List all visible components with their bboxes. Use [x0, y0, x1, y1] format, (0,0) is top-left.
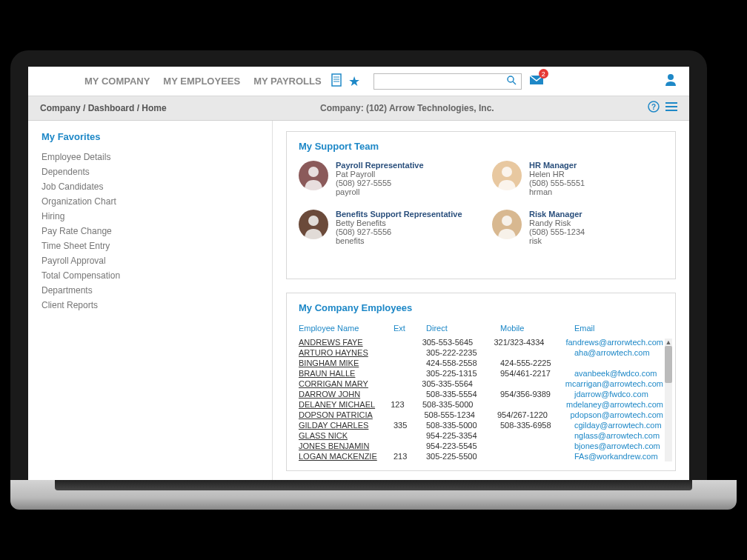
svg-rect-11 — [665, 106, 677, 107]
employee-email[interactable]: jdarrow@fwdco.com — [574, 390, 663, 399]
support-role: Benefits Support Representative — [336, 210, 462, 219]
scrollbar[interactable]: ▲ — [665, 339, 672, 461]
support-name: Randy Risk — [529, 219, 585, 227]
employee-ext — [394, 348, 426, 357]
employee-name-link[interactable]: GILDAY CHARLES — [299, 421, 394, 430]
scroll-thumb[interactable] — [665, 346, 672, 383]
table-row: GILDAY CHARLES 335 508-335-5000 508-335-… — [299, 420, 663, 430]
sidebar-item[interactable]: Time Sheet Entry — [42, 239, 259, 253]
col-employee-name[interactable]: Employee Name — [299, 324, 394, 333]
sidebar-item[interactable]: Client Reports — [42, 298, 259, 313]
support-role: Payroll Representative — [336, 161, 424, 170]
employee-email[interactable]: fandrews@arrorwtech.com — [565, 338, 663, 347]
star-icon[interactable]: ★ — [348, 73, 360, 90]
employee-mobile — [494, 379, 565, 388]
mail-icon[interactable]: 2 — [529, 73, 544, 89]
support-name: Helen HR — [529, 170, 585, 179]
sidebar-title: My Favorites — [42, 131, 259, 142]
employee-name-link[interactable]: DOPSON PATRICIA — [299, 410, 392, 419]
employee-name-link[interactable]: GLASS NICK — [299, 431, 394, 440]
sidebar-item[interactable]: Job Candidates — [42, 179, 259, 194]
svg-point-14 — [502, 167, 512, 177]
scroll-up-icon[interactable]: ▲ — [665, 339, 672, 346]
table-row: GLASS NICK 954-225-3354 nglass@arrowtech… — [299, 430, 663, 441]
nav-my-company[interactable]: MY COMPANY — [84, 76, 150, 87]
employee-mobile — [500, 431, 574, 440]
employee-ext — [394, 359, 426, 367]
sidebar-item[interactable]: Employee Details — [42, 150, 259, 164]
employee-email[interactable]: mdelaney@arrowtech.com — [566, 400, 663, 409]
employee-name-link[interactable]: LOGAN MACKENZIE — [299, 452, 394, 461]
table-row: CORRIGAN MARY 305-335-5564 mcarrigan@arr… — [299, 379, 663, 389]
employee-name-link[interactable]: ARTURO HAYNES — [299, 348, 394, 357]
employee-direct: 508-555-1234 — [424, 410, 497, 419]
employee-email[interactable]: avanbeek@fwdco.com — [574, 369, 663, 378]
employee-name-link[interactable]: BRAUN HALLE — [299, 369, 394, 378]
support-phone: (508) 555-5551 — [529, 179, 585, 187]
support-name: Pat Payroll — [336, 170, 424, 179]
sidebar-item[interactable]: Departments — [42, 283, 259, 298]
help-icon[interactable]: ? — [648, 101, 660, 116]
svg-point-4 — [508, 76, 514, 82]
sidebar-item[interactable]: Payroll Approval — [42, 253, 259, 268]
document-icon[interactable] — [331, 73, 342, 90]
employee-ext: 335 — [394, 421, 426, 430]
user-icon[interactable] — [664, 73, 677, 90]
support-contact: Risk Manager Randy Risk (508) 555-1234 r… — [492, 210, 663, 245]
col-ext[interactable]: Ext — [394, 324, 426, 333]
employee-ext — [391, 379, 422, 388]
support-contact: HR Manager Helen HR (508) 555-5551 hrman — [492, 161, 663, 196]
table-row: ANDREWS FAYE 305-553-5645 321/323-4334 f… — [299, 337, 663, 347]
top-nav: MY COMPANY MY EMPLOYEES MY PAYROLLS ★ 2 — [28, 67, 689, 96]
sidebar-item[interactable]: Total Compensation — [42, 268, 259, 283]
employee-direct: 305-335-5564 — [422, 379, 494, 388]
col-direct[interactable]: Direct — [426, 324, 500, 333]
employee-mobile — [500, 452, 574, 461]
employee-ext — [394, 431, 426, 440]
employee-name-link[interactable]: CORRIGAN MARY — [299, 379, 391, 388]
sidebar-item[interactable]: Pay Rate Change — [42, 224, 259, 239]
employee-direct: 508-335-5000 — [422, 400, 494, 409]
employee-email[interactable]: FAs@workandrew.com — [574, 452, 663, 461]
sidebar-item[interactable]: Hiring — [42, 209, 259, 224]
employee-name-link[interactable]: DARROW JOHN — [299, 390, 394, 399]
support-tag: risk — [529, 236, 585, 245]
employee-email[interactable]: cgilday@arrowtech.com — [574, 421, 663, 430]
avatar — [492, 210, 522, 239]
sidebar-item[interactable]: Organization Chart — [42, 194, 259, 209]
table-row: JONES BENJAMIN 954-223-5545 bjones@arrow… — [299, 441, 663, 451]
svg-point-15 — [308, 216, 319, 226]
employee-mobile: 321/323-4334 — [494, 338, 566, 347]
employee-email[interactable]: pdopson@arrowtech.com — [570, 410, 663, 419]
svg-rect-0 — [332, 74, 341, 86]
search-icon[interactable] — [502, 75, 521, 87]
search-input[interactable] — [374, 76, 502, 87]
employee-mobile — [494, 400, 566, 409]
employee-name-link[interactable]: JONES BENJAMIN — [299, 441, 394, 450]
avatar — [492, 161, 522, 190]
employee-direct: 508-335-5554 — [426, 390, 500, 399]
employee-email[interactable]: mcarrigan@arrowtech.com — [565, 379, 663, 388]
col-mobile[interactable]: Mobile — [500, 324, 574, 333]
employee-direct: 954-223-5545 — [426, 441, 500, 450]
employee-name-link[interactable]: BINGHAM MIKE — [299, 359, 394, 367]
sidebar-favorites: My Favorites Employee DetailsDependentsJ… — [28, 121, 273, 481]
search-box — [374, 73, 522, 90]
mail-badge: 2 — [539, 69, 548, 79]
employee-email[interactable]: aha@arrowtech.com — [574, 348, 663, 357]
nav-my-payrolls[interactable]: MY PAYROLLS — [253, 76, 322, 87]
svg-point-13 — [308, 167, 319, 177]
employee-email[interactable] — [574, 359, 663, 367]
support-role: Risk Manager — [529, 210, 585, 219]
support-contact: Payroll Representative Pat Payroll (508)… — [299, 161, 470, 196]
list-menu-icon[interactable] — [665, 101, 677, 115]
employee-email[interactable]: nglass@arrowtech.com — [574, 431, 663, 440]
employee-name-link[interactable]: ANDREWS FAYE — [299, 338, 391, 347]
employee-email[interactable]: bjones@arrowtech.com — [574, 441, 663, 450]
breadcrumb[interactable]: Company / Dashboard / Home — [40, 103, 167, 113]
nav-my-employees[interactable]: MY EMPLOYEES — [163, 76, 240, 87]
employees-title: My Company Employees — [299, 302, 663, 313]
employee-name-link[interactable]: DELANEY MICHAEL — [299, 400, 391, 409]
sidebar-item[interactable]: Dependents — [42, 164, 259, 179]
col-email[interactable]: Email — [574, 324, 663, 333]
